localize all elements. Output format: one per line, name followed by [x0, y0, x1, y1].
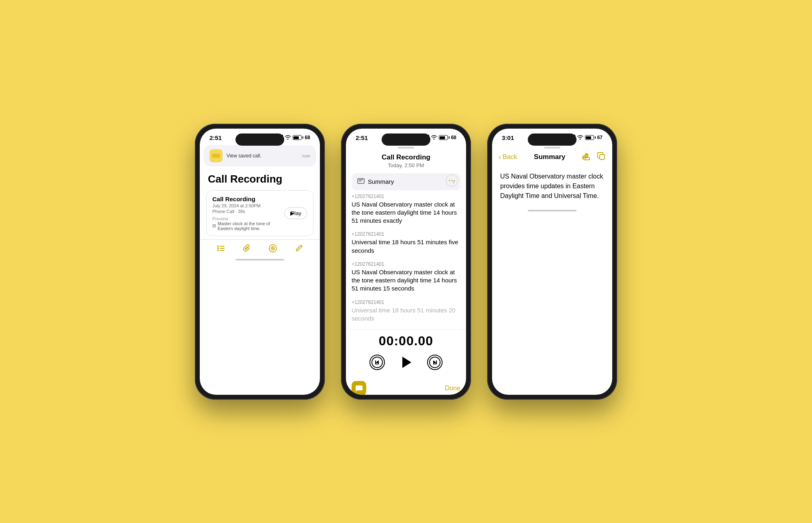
notif-time: now: [302, 153, 310, 158]
bottom-bar: Done: [346, 378, 466, 395]
back-chevron-icon: ‹: [499, 153, 501, 161]
battery-label-2: 68: [451, 135, 456, 140]
play-button-large[interactable]: [397, 353, 415, 371]
transcript-number-3: +12027621401: [352, 299, 460, 305]
tab-compose-icon[interactable]: [268, 244, 277, 255]
dynamic-island-3: [528, 133, 577, 146]
copy-icon[interactable]: [597, 152, 606, 163]
transcript-number-0: +12027621401: [352, 194, 460, 199]
transcript-item-0: +12027621401 US Naval Observatory master…: [352, 194, 460, 225]
svg-point-4: [287, 138, 288, 140]
svg-rect-36: [600, 155, 605, 159]
back-button[interactable]: ‹ Back: [499, 153, 517, 161]
transcript-text-0: US Naval Observatory master clock at the…: [352, 200, 460, 225]
svg-point-21: [454, 180, 455, 181]
tab-list-icon[interactable]: [216, 244, 225, 255]
transcript-number-1: +12027621401: [352, 231, 460, 237]
recording-preview-label: Preview: [212, 216, 280, 221]
player-controls: 15 15: [354, 353, 458, 371]
notif-app-icon: [209, 149, 222, 162]
phone-1-screen: 2:51: [200, 129, 320, 395]
bottom-tabs: [200, 239, 320, 256]
battery-label-3: 67: [597, 135, 603, 140]
battery-icon-3: [585, 135, 596, 140]
page-title: Call Recording: [208, 173, 312, 185]
more-options-button[interactable]: [446, 174, 458, 187]
transcript-item-2: +12027621401 US Naval Observatory master…: [352, 261, 460, 293]
battery-icon-2: [439, 135, 449, 140]
phone-2-content: Call Recording Today, 2:50 PM: [346, 144, 466, 395]
svg-point-5: [217, 245, 219, 247]
battery-label-1: 68: [305, 135, 310, 140]
wifi-icon-2: [431, 135, 437, 141]
tab-edit-icon[interactable]: [294, 244, 303, 255]
call-recording-header: Call Recording Today, 2:50 PM: [346, 150, 466, 170]
svg-point-20: [451, 180, 453, 181]
svg-point-9: [217, 250, 219, 251]
summary-content: US Naval Observatory master clock provid…: [492, 165, 612, 207]
svg-rect-35: [584, 157, 590, 160]
recording-card-info: Call Recording July 29, 2024 at 2:50PM P…: [212, 196, 280, 231]
status-time-2: 2:51: [356, 134, 368, 141]
player-section: 00:00.00 15: [346, 329, 466, 378]
notification-banner[interactable]: View saved call. now: [204, 145, 316, 166]
summary-row-left: Summary: [357, 178, 394, 185]
phone-2: 2:51: [341, 124, 471, 400]
nav-bar: ‹ Back Summary: [492, 149, 612, 165]
skip-back-button[interactable]: 15: [369, 355, 385, 370]
transcript-text-1: Universal time 18 hours 51 minutes five …: [352, 238, 460, 255]
call-recording-title: Call Recording: [354, 153, 458, 161]
svg-point-7: [217, 248, 219, 249]
svg-point-33: [579, 138, 581, 140]
share-icon[interactable]: [582, 152, 591, 163]
page-title-area: Call Recording: [200, 170, 320, 187]
bubble-icon[interactable]: [352, 381, 366, 395]
back-label: Back: [503, 153, 517, 161]
transcript-text-2: US Naval Observatory master clock at the…: [352, 268, 460, 293]
notif-content: View saved call.: [227, 153, 298, 159]
tab-attach-icon[interactable]: [242, 244, 251, 255]
wifi-icon-1: [285, 135, 291, 141]
summary-body-text: US Naval Observatory master clock provid…: [500, 172, 604, 201]
svg-text:15: 15: [376, 362, 379, 365]
call-recording-date: Today, 2:50 PM: [354, 162, 458, 168]
status-time-1: 2:51: [209, 134, 222, 141]
nav-actions: [582, 152, 606, 163]
phone-3-screen: 3:01: [492, 129, 612, 395]
done-button[interactable]: Done: [445, 385, 460, 392]
dynamic-island-1: [235, 133, 284, 146]
recording-card[interactable]: Call Recording July 29, 2024 at 2:50PM P…: [206, 190, 313, 236]
phone-3: 3:01: [487, 124, 617, 400]
transcript-area: +12027621401 US Naval Observatory master…: [346, 194, 466, 329]
svg-rect-8: [220, 248, 225, 249]
summary-icon: [357, 178, 365, 185]
transcript-number-2: +12027621401: [352, 261, 460, 267]
phone-1-content: View saved call. now Call Recording Call…: [200, 144, 320, 256]
summary-label: Summary: [368, 178, 394, 185]
home-indicator-1: [235, 259, 284, 260]
svg-rect-10: [220, 250, 225, 251]
recording-card-title: Call Recording: [212, 196, 280, 202]
svg-point-19: [449, 180, 450, 181]
nav-title: Summary: [534, 153, 565, 161]
recording-card-date: July 29, 2024 at 2:50PM: [212, 203, 280, 208]
time-display: 00:00.00: [354, 334, 458, 349]
recording-card-type: Phone Call · 39s: [212, 209, 280, 214]
status-time-3: 3:01: [502, 134, 514, 141]
play-button[interactable]: ▶ Play: [284, 207, 307, 219]
summary-row[interactable]: Summary ›: [352, 173, 460, 190]
svg-point-18: [433, 138, 434, 140]
sheet-handle: [398, 147, 414, 149]
home-indicator-3: [528, 210, 577, 211]
phones-container: 2:51: [195, 124, 617, 400]
skip-forward-button[interactable]: 15: [427, 355, 443, 370]
wifi-icon-3: [577, 135, 583, 141]
battery-icon-1: [293, 135, 303, 140]
svg-text:15: 15: [433, 362, 436, 365]
phone-3-content: ‹ Back Summary: [492, 144, 612, 207]
recording-preview-text: ⊟ Master clock at the tone of Eastern da…: [212, 221, 280, 231]
play-triangle: [402, 357, 411, 368]
transcript-text-3: Universal time 18 hours 51 minutes 20 se…: [352, 306, 460, 323]
phone-1: 2:51: [195, 124, 325, 400]
svg-point-13: [272, 248, 273, 249]
